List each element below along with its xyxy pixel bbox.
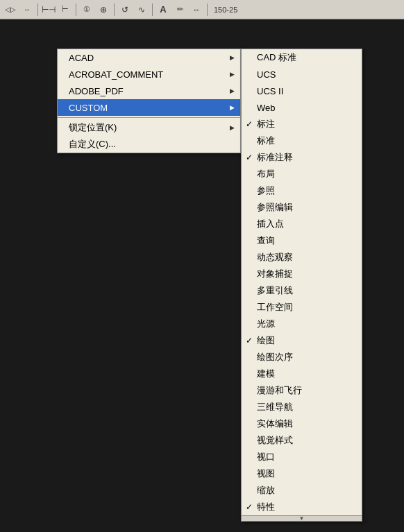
menu-item-acad-arrow: ▶ [230, 54, 235, 61]
toolbar-btn-arrow-left[interactable]: ◁▷ [3, 2, 18, 17]
menu-item-biaozhun-zhushi[interactable]: ✓ 标准注释 [242, 149, 362, 166]
toolbar-btn-circle-plus[interactable]: ⊕ [96, 2, 111, 17]
menu-item-shijue-yangshi[interactable]: 视觉样式 [242, 432, 362, 449]
checkmark-biaozhu: ✓ [246, 119, 253, 129]
menu-item-acad-label: ACAD [69, 53, 94, 63]
menu-item-canzhao-bianji[interactable]: 参照编辑 [242, 199, 362, 216]
menu-item-duochong-yinxian[interactable]: 多重引线 [242, 282, 362, 299]
menu-item-sanwei-daohang-label: 三维导航 [257, 401, 293, 413]
menu-item-shikou-label: 视口 [257, 451, 275, 463]
toolbar-btn-refresh[interactable]: ↺ [117, 2, 133, 17]
menu-item-suofang[interactable]: 缩放 [242, 482, 362, 499]
menu-item-biaozhun[interactable]: 标准 [242, 132, 362, 149]
menu-item-huitu[interactable]: ✓ 绘图 [242, 332, 362, 349]
toolbar-sep-3 [114, 3, 115, 16]
toolbar-btn-pencil[interactable]: ✏ [172, 2, 187, 17]
menu-item-texing-label: 特性 [257, 501, 275, 513]
menu-item-charudio-label: 插入点 [257, 218, 284, 230]
checkmark-huitu: ✓ [246, 336, 253, 345]
checkmark-texing: ✓ [246, 502, 253, 512]
menu-item-shikou[interactable]: 视口 [242, 449, 362, 465]
toolbar-sep-2 [76, 3, 76, 16]
checkmark-biaozhun-zhushi: ✓ [246, 153, 253, 162]
menu-item-ucs-ii[interactable]: UCS II [242, 83, 362, 99]
menu-item-suofang-label: 缩放 [257, 484, 275, 497]
menu-item-cad-standard[interactable]: CAD 标准 [242, 49, 362, 66]
toolbar-btn-gauge[interactable]: ⊢ [58, 2, 73, 17]
menu-item-dongtai-guancha[interactable]: 动态观察 [242, 249, 362, 266]
menu-item-web-label: Web [257, 103, 276, 113]
menu-item-gongzuo-kongjian-label: 工作空间 [257, 301, 293, 314]
menu-item-manyou-feixing[interactable]: 漫游和飞行 [242, 382, 362, 399]
toolbar-sep-5 [207, 3, 208, 16]
menu-item-acrobat-comment-label: ACROBAT_COMMENT [69, 69, 163, 80]
menu-item-web[interactable]: Web [242, 99, 362, 116]
menu-item-shiti-bianji[interactable]: 实体编辑 [242, 415, 362, 432]
secondary-menu: CAD 标准 UCS UCS II Web ✓ 标注 标准 ✓ 标准注释 布局 … [241, 49, 362, 522]
menu-item-duochong-yinxian-label: 多重引线 [257, 284, 293, 297]
toolbar: ◁▷ ↔ ⊢⊣ ⊢ ① ⊕ ↺ ∿ A ✏ ↔ 150-25 [0, 0, 404, 19]
menu-item-chaxun-label: 查询 [257, 234, 275, 247]
menu-item-duixiang-buzuo[interactable]: 对象捕捉 [242, 266, 362, 282]
menu-item-dongtai-guancha-label: 动态观察 [257, 251, 293, 264]
menu-item-biaozhu-label: 标注 [257, 118, 275, 130]
toolbar-btn-double-arrow[interactable]: ↔ [189, 2, 204, 17]
menu-item-shijue-yangshi-label: 视觉样式 [257, 434, 293, 447]
menu-item-lock-position-label: 锁定位置(K) [69, 121, 117, 134]
menu-item-canzhao[interactable]: 参照 [242, 182, 362, 199]
scroll-down-indicator: ▼ [299, 515, 305, 522]
toolbar-counter: 150-25 [210, 2, 241, 17]
menu-item-cad-standard-label: CAD 标准 [257, 51, 296, 64]
menu-item-custom-label: CUSTOM [69, 103, 108, 113]
menu-item-lock-position-arrow: ▶ [230, 124, 235, 131]
menu-item-custom-arrow: ▶ [230, 104, 235, 111]
menu-item-buju-label: 布局 [257, 168, 275, 180]
menu-item-guangyuan[interactable]: 光源 [242, 316, 362, 332]
menu-item-biaozhun-zhushi-label: 标准注释 [257, 151, 293, 164]
menu-item-canzhao-bianji-label: 参照编辑 [257, 201, 293, 214]
menu-item-chaxun[interactable]: 查询 [242, 232, 362, 249]
menu-item-manyou-feixing-label: 漫游和飞行 [257, 384, 302, 397]
menu-item-huitu-cixu-label: 绘图次序 [257, 351, 293, 363]
secondary-menu-scroll-bottom[interactable]: ▼ [242, 515, 362, 521]
menu-item-ucs-label: UCS [257, 69, 276, 80]
toolbar-sep-1 [37, 3, 38, 16]
menu-item-acrobat-comment[interactable]: ACROBAT_COMMENT ▶ [58, 66, 240, 83]
menu-item-sanwei-daohang[interactable]: 三维导航 [242, 399, 362, 415]
menu-item-huitu-cixu[interactable]: 绘图次序 [242, 349, 362, 366]
menu-item-jianmo[interactable]: 建模 [242, 366, 362, 382]
menu-item-lock-position[interactable]: 锁定位置(K) ▶ [58, 119, 240, 136]
toolbar-btn-h-arrow[interactable]: ↔ [19, 2, 35, 17]
menu-item-charudio[interactable]: 插入点 [242, 216, 362, 232]
toolbar-btn-wave[interactable]: ∿ [134, 2, 149, 17]
menu-item-shiti-bianji-label: 实体编辑 [257, 418, 293, 430]
menu-item-duixiang-buzuo-label: 对象捕捉 [257, 268, 293, 280]
toolbar-btn-measure[interactable]: ⊢⊣ [41, 2, 56, 17]
menu-item-guangyuan-label: 光源 [257, 318, 275, 330]
menu-item-customize[interactable]: 自定义(C)... [58, 136, 240, 153]
menu-item-ucs-ii-label: UCS II [257, 86, 283, 96]
menu-item-biaozhun-label: 标准 [257, 135, 275, 147]
menu-item-shitu[interactable]: 视图 [242, 465, 362, 482]
menu-item-customize-label: 自定义(C)... [69, 138, 116, 151]
menu-item-texing[interactable]: ✓ 特性 [242, 499, 362, 515]
menu-item-buju[interactable]: 布局 [242, 166, 362, 182]
toolbar-sep-4 [152, 3, 153, 16]
menu-item-gongzuo-kongjian[interactable]: 工作空间 [242, 299, 362, 316]
menu-item-adobe-pdf-label: ADOBE_PDF [69, 86, 124, 96]
toolbar-btn-text[interactable]: A [155, 2, 171, 17]
primary-menu: ACAD ▶ ACROBAT_COMMENT ▶ ADOBE_PDF ▶ CUS… [57, 49, 241, 153]
menu-item-ucs[interactable]: UCS [242, 66, 362, 83]
menu-item-acrobat-comment-arrow: ▶ [230, 71, 235, 78]
menu-item-adobe-pdf[interactable]: ADOBE_PDF ▶ [58, 83, 240, 99]
primary-menu-separator [58, 117, 240, 118]
main-area: ACAD ▶ ACROBAT_COMMENT ▶ ADOBE_PDF ▶ CUS… [0, 19, 404, 532]
toolbar-btn-circle1[interactable]: ① [79, 2, 94, 17]
menu-item-biaozhu[interactable]: ✓ 标注 [242, 116, 362, 132]
menu-item-custom[interactable]: CUSTOM ▶ [58, 99, 240, 116]
menu-item-jianmo-label: 建模 [257, 368, 275, 380]
menu-item-huitu-label: 绘图 [257, 334, 275, 347]
menu-item-canzhao-label: 参照 [257, 185, 275, 197]
menu-item-shitu-label: 视图 [257, 467, 275, 480]
menu-item-acad[interactable]: ACAD ▶ [58, 49, 240, 66]
